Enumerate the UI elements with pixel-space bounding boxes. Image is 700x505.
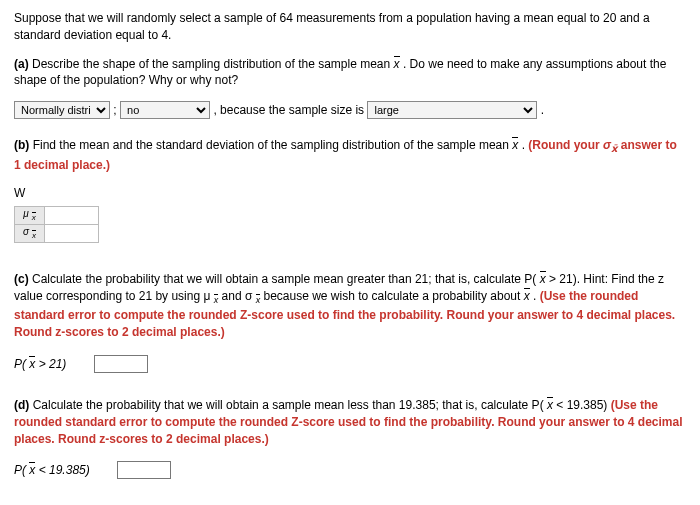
part-a: (a) Describe the shape of the sampling d…: [14, 56, 686, 120]
mu-xbar-label: μ x: [15, 207, 45, 225]
part-b: (b) Find the mean and the standard devia…: [14, 137, 686, 243]
part-d-prob-input[interactable]: [117, 461, 171, 479]
reason-select[interactable]: large: [367, 101, 537, 119]
part-a-text1: Describe the shape of the sampling distr…: [32, 57, 394, 71]
part-b-prompt: (b) Find the mean and the standard devia…: [14, 137, 686, 173]
part-a-label: (a): [14, 57, 29, 71]
part-c-prob-input[interactable]: [94, 355, 148, 373]
part-c-prob-label: P( x > 21): [14, 357, 66, 371]
part-d-prob-label: P( x < 19.385): [14, 463, 90, 477]
shape-select[interactable]: Normally distri: [14, 101, 110, 119]
assume-select[interactable]: no: [120, 101, 210, 119]
part-b-label: (b): [14, 138, 29, 152]
part-c-prob-line: P( x > 21): [14, 355, 686, 373]
part-c-prompt: (c) Calculate the probability that we wi…: [14, 271, 686, 341]
part-c-label: (c): [14, 272, 29, 286]
part-b-text2: .: [518, 138, 528, 152]
part-a-period: .: [541, 103, 544, 117]
table-row: σ x: [15, 225, 99, 243]
part-c-text1: Calculate the probability that we will o…: [32, 272, 540, 286]
sigma-xbar-input[interactable]: [45, 225, 97, 241]
part-c-text5: .: [530, 289, 540, 303]
part-c-text4: because we wish to calculate a probabili…: [260, 289, 524, 303]
mu-xbar-input[interactable]: [45, 207, 97, 223]
part-d-prompt: (d) Calculate the probability that we wi…: [14, 397, 686, 447]
part-a-prompt: (a) Describe the shape of the sampling d…: [14, 56, 686, 90]
intro-text: Suppose that we will randomly select a s…: [14, 10, 686, 44]
part-d-prob-line: P( x < 19.385): [14, 461, 686, 479]
table-row: μ x: [15, 207, 99, 225]
sigma-xbar-label: σ x: [15, 225, 45, 243]
part-d: (d) Calculate the probability that we wi…: [14, 397, 686, 479]
part-c-text3: and σ: [218, 289, 255, 303]
part-d-label: (d): [14, 398, 29, 412]
part-d-text1: Calculate the probability that we will o…: [33, 398, 547, 412]
part-b-table: μ x σ x: [14, 206, 99, 243]
part-a-reason-prefix: , because the sample size is: [213, 103, 367, 117]
part-d-text2: < 19.385): [553, 398, 611, 412]
part-b-w: W: [14, 185, 686, 202]
part-b-text1: Find the mean and the standard deviation…: [33, 138, 513, 152]
part-a-colon: ;: [113, 103, 116, 117]
part-c: (c) Calculate the probability that we wi…: [14, 271, 686, 373]
part-a-answer-row: Normally distri ; no , because the sampl…: [14, 101, 686, 119]
